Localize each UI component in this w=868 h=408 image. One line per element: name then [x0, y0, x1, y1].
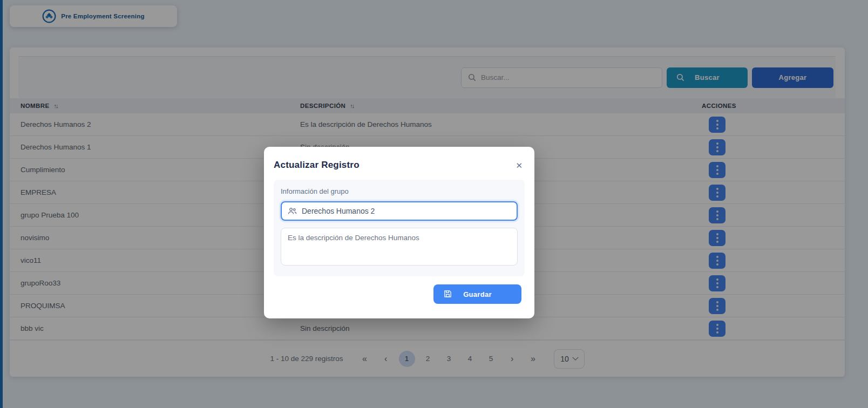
- group-description-textarea[interactable]: Es la descripción de Derechos Humanos: [281, 228, 518, 266]
- group-name-input[interactable]: [302, 207, 511, 215]
- modal-header: Actualizar Registro: [274, 160, 525, 171]
- group-info-panel: Información del grupo Es la descripción …: [274, 180, 525, 276]
- people-group-icon: [288, 207, 297, 215]
- group-name-field: [281, 201, 518, 221]
- group-info-label: Información del grupo: [281, 187, 518, 195]
- save-icon: [444, 290, 452, 300]
- modal-actions: Guardar: [274, 284, 525, 304]
- update-record-modal: Actualizar Registro Información del grup…: [264, 147, 534, 318]
- close-icon[interactable]: [513, 160, 525, 171]
- save-button[interactable]: Guardar: [433, 284, 521, 304]
- modal-title: Actualizar Registro: [274, 160, 360, 171]
- save-button-label: Guardar: [463, 290, 492, 298]
